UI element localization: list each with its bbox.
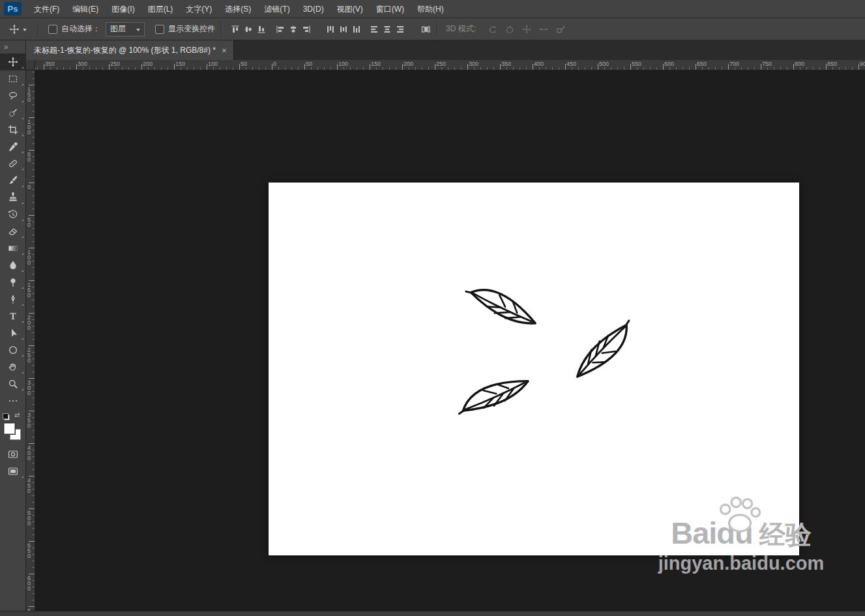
align-right-edges[interactable] [301, 24, 312, 35]
menu-item[interactable]: 视图(V) [330, 0, 370, 18]
photoshop-logo: Ps [4, 2, 22, 16]
auto-select-option: 自动选择： [48, 23, 100, 35]
ruler-label: 100 [208, 61, 218, 67]
auto-select-target-value: 图层 [110, 23, 126, 35]
ruler-label: 150 [27, 87, 33, 102]
menu-item[interactable]: 滤镜(T) [257, 0, 296, 18]
toolbar-collapse-button[interactable]: » [0, 40, 25, 53]
brush-tool[interactable] [0, 172, 25, 189]
active-tool-preset[interactable] [9, 24, 27, 35]
align-horizontal-centers[interactable] [288, 24, 299, 35]
canvas-document[interactable] [269, 183, 799, 555]
menu-item[interactable]: 编辑(E) [66, 0, 105, 18]
auto-select-target-dropdown[interactable]: 图层 [106, 22, 145, 37]
menu-item[interactable]: 图像(I) [105, 0, 141, 18]
align-left-edges[interactable] [275, 24, 286, 35]
menu-item[interactable]: 文字(Y) [179, 0, 218, 18]
3d-roll-tool [505, 24, 515, 35]
pen-tool[interactable] [0, 291, 25, 308]
rectangular-marquee-tool[interactable] [0, 70, 25, 87]
menu-item[interactable]: 帮助(H) [411, 0, 450, 18]
menu-item[interactable]: 图层(L) [141, 0, 180, 18]
move-tool-icon [9, 24, 20, 35]
distribute-right-edges[interactable] [395, 24, 405, 35]
ruler-label: 250 [110, 61, 120, 67]
crop-tool[interactable] [0, 121, 25, 138]
align-bottom-edges[interactable] [256, 24, 267, 35]
menu-bar: Ps 文件(F)编辑(E)图像(I)图层(L)文字(Y)选择(S)滤镜(T)3D… [0, 0, 865, 18]
tool-list: T [0, 53, 25, 409]
path-selection-tool[interactable] [0, 325, 25, 342]
menu-item[interactable]: 3D(D) [297, 0, 330, 18]
leaf-drawing [449, 364, 537, 422]
chevron-down-icon [136, 29, 140, 33]
ruler-label: 850 [827, 61, 837, 67]
lasso-tool[interactable] [0, 87, 25, 104]
distribute-vertical-centers[interactable] [338, 24, 349, 35]
svg-text:T: T [10, 312, 16, 321]
hand-tool[interactable] [0, 359, 25, 375]
tools-panel: » T ⇄ [0, 40, 26, 611]
quick-selection-tool[interactable] [0, 104, 25, 121]
distribute-top-edges[interactable] [325, 24, 336, 35]
status-bar [0, 611, 865, 616]
ruler-label: 550 [632, 61, 641, 67]
screen-mode-button[interactable] [0, 463, 25, 480]
ruler-label: 150 [175, 61, 185, 67]
3d-slide-tool [538, 24, 549, 35]
ruler-label: 150 [27, 282, 33, 298]
dodge-tool[interactable] [0, 274, 25, 291]
swap-colors-icon[interactable]: ⇄ [14, 412, 20, 418]
auto-select-label: 自动选择： [61, 23, 100, 35]
clone-stamp-tool[interactable] [0, 189, 25, 206]
ruler-label: 350 [27, 413, 33, 428]
ruler-label: 400 [27, 445, 33, 461]
3d-drag-tool [521, 24, 532, 35]
ellipse-tool[interactable] [0, 342, 25, 359]
distribute-horizontal-centers[interactable] [382, 24, 392, 35]
vertical-ruler: 1501005005010015020025030035040045050055… [26, 70, 35, 611]
leaf-drawing [561, 313, 649, 393]
align-vertical-centers[interactable] [243, 24, 254, 35]
eyedropper-tool[interactable] [0, 138, 25, 155]
tab-close-icon[interactable]: × [222, 46, 227, 55]
edit-toolbar-button[interactable] [0, 392, 25, 409]
spot-healing-brush-tool[interactable] [0, 155, 25, 172]
chevron-down-icon [23, 29, 27, 33]
ruler-label: 100 [27, 250, 33, 265]
menu-item[interactable]: 选择(S) [218, 0, 257, 18]
ruler-label: 500 [27, 510, 33, 526]
blur-tool[interactable] [0, 257, 25, 274]
photoshop-window: Ps 文件(F)编辑(E)图像(I)图层(L)文字(Y)选择(S)滤镜(T)3D… [0, 0, 865, 616]
gradient-tool[interactable] [0, 240, 25, 257]
zoom-tool[interactable] [0, 375, 25, 392]
align-top-edges[interactable] [230, 24, 241, 35]
3d-rotate-tool [488, 24, 498, 35]
document-tab[interactable]: 未标题-1-恢复的-恢复的 @ 100% (形状 1, RGB/8#) * × [26, 40, 234, 60]
eraser-tool[interactable] [0, 223, 25, 240]
show-transform-checkbox[interactable] [155, 25, 164, 34]
menu-item[interactable]: 窗口(W) [370, 0, 411, 18]
default-colors-icon[interactable] [3, 413, 10, 420]
canvas-viewport [35, 70, 865, 611]
distribute-bottom-edges[interactable] [351, 24, 362, 35]
quick-mask-button[interactable] [0, 446, 25, 463]
ruler-label: 0 [273, 61, 276, 67]
options-bar: 自动选择： 图层 显示变换控件 3D 模式: [0, 18, 865, 40]
distribute-left-edges[interactable] [369, 24, 379, 35]
show-transform-label: 显示变换控件 [168, 23, 215, 35]
ruler-label: 150 [371, 61, 381, 67]
ruler-label: 50 [241, 61, 247, 67]
foreground-color-swatch[interactable] [4, 423, 15, 434]
ruler-label: 300 [27, 380, 33, 396]
move-tool[interactable] [0, 53, 25, 70]
auto-select-checkbox[interactable] [48, 25, 57, 34]
menu-item[interactable]: 文件(F) [27, 0, 66, 18]
type-tool[interactable]: T [0, 308, 25, 325]
leaf-drawing [460, 265, 548, 344]
ruler-label: 800 [795, 61, 804, 67]
separator [221, 22, 222, 37]
auto-align-layers[interactable] [420, 24, 431, 35]
menu-items: 文件(F)编辑(E)图像(I)图层(L)文字(Y)选择(S)滤镜(T)3D(D)… [27, 0, 450, 18]
history-brush-tool[interactable] [0, 206, 25, 223]
